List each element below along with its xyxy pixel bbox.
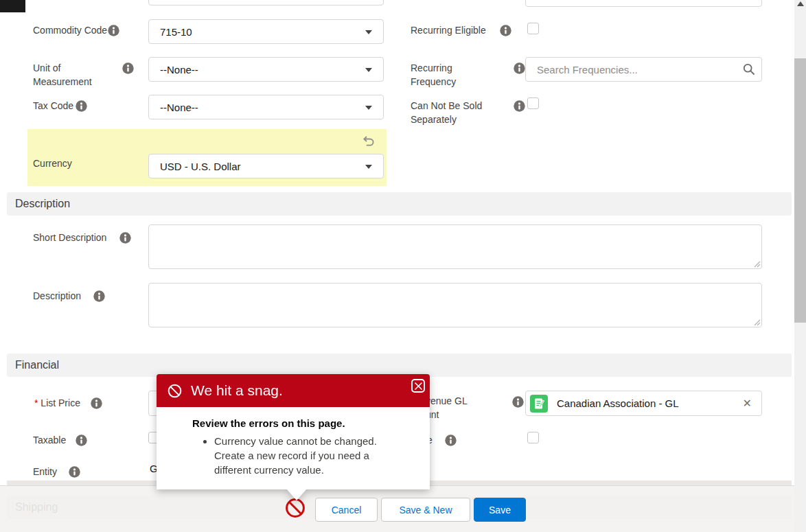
- currency-value: USD - U.S. Dollar: [160, 161, 241, 172]
- search-icon[interactable]: [743, 63, 755, 75]
- description-section-title: Description: [15, 198, 70, 210]
- description-section-header: Description: [7, 192, 792, 216]
- recurring-frequency-info-icon[interactable]: [514, 62, 525, 74]
- remove-lookup-icon[interactable]: ✕: [743, 397, 752, 410]
- error-item: Currency value cannot be changed. Create…: [214, 434, 406, 477]
- commodity-code-value: 715-10: [160, 26, 192, 38]
- list-price-label: * List Price: [34, 396, 80, 410]
- corner-artifact: [0, 0, 25, 12]
- unit-of-measurement-info-icon[interactable]: [122, 62, 134, 74]
- required-asterisk: *: [34, 397, 38, 408]
- top-right-partial-input[interactable]: [525, 0, 762, 7]
- chevron-down-icon: [365, 68, 372, 72]
- resize-handle-icon[interactable]: [754, 261, 761, 268]
- tax-code-info-icon[interactable]: [76, 100, 87, 112]
- revenue-gl-account-label-line1: venue GL: [426, 394, 468, 408]
- currency-select[interactable]: USD - U.S. Dollar: [148, 154, 384, 178]
- error-popover-title: We hit a snag.: [191, 382, 283, 399]
- recurring-frequency-search-input[interactable]: [525, 57, 762, 82]
- close-icon[interactable]: [411, 379, 425, 393]
- top-left-partial-input[interactable]: [148, 0, 384, 5]
- chevron-down-icon: [365, 106, 372, 110]
- product-edit-form: Commodity Code 715-10 Unit of Measuremen…: [0, 0, 806, 532]
- chevron-down-icon: [365, 165, 372, 169]
- revenue-gl-lookup-pill[interactable]: Canadian Association - GL ✕: [525, 391, 762, 416]
- recurring-frequency-label: Recurring Frequency: [411, 61, 479, 89]
- short-description-textarea[interactable]: [148, 224, 762, 269]
- scroll-up-icon[interactable]: [797, 1, 804, 6]
- entity-label: Entity: [33, 465, 57, 478]
- revenue-gl-value: Canadian Association - GL: [557, 397, 743, 409]
- error-popover-header: We hit a snag.: [157, 374, 430, 407]
- short-description-label: Short Description: [33, 231, 106, 244]
- commodity-code-select[interactable]: 715-10: [148, 19, 384, 44]
- tax-code-label: Tax Code: [33, 99, 73, 113]
- taxable-label: Taxable: [33, 433, 66, 447]
- scrollbar[interactable]: [794, 0, 806, 532]
- recurring-eligible-checkbox[interactable]: [527, 23, 539, 34]
- can-not-be-sold-separately-label: Can Not Be Sold Separately: [411, 99, 500, 126]
- can-not-be-sold-checkbox[interactable]: [527, 97, 539, 109]
- commodity-code-label: Commodity Code: [33, 23, 107, 37]
- tax-code-select[interactable]: --None--: [148, 95, 384, 119]
- partially-hidden-info-icon[interactable]: [445, 435, 457, 446]
- recurring-eligible-info-icon[interactable]: [500, 25, 511, 36]
- cancel-button[interactable]: Cancel: [315, 498, 378, 522]
- financial-section-title: Financial: [15, 359, 59, 371]
- recurring-eligible-label: Recurring Eligible: [411, 23, 486, 37]
- error-heading: Review the errors on this page.: [192, 417, 416, 429]
- ban-icon: [168, 384, 182, 398]
- entity-info-icon[interactable]: [69, 466, 80, 478]
- commodity-code-info-icon[interactable]: [108, 25, 119, 36]
- save-and-new-button[interactable]: Save & New: [381, 498, 470, 522]
- description-textarea[interactable]: [148, 283, 762, 327]
- scrollbar-thumb[interactable]: [794, 58, 806, 323]
- save-button[interactable]: Save: [474, 498, 526, 522]
- can-not-be-sold-info-icon[interactable]: [514, 100, 525, 112]
- description-label: Description: [33, 289, 81, 303]
- short-description-info-icon[interactable]: [119, 232, 131, 244]
- description-info-icon[interactable]: [93, 290, 105, 302]
- list-price-info-icon[interactable]: [91, 397, 102, 409]
- unit-of-measurement-value: --None--: [160, 64, 198, 76]
- error-list: Currency value cannot be changed. Create…: [192, 434, 416, 477]
- undo-icon[interactable]: [362, 135, 374, 146]
- error-popover: We hit a snag. Review the errors on this…: [157, 374, 430, 489]
- tax-code-value: --None--: [160, 102, 198, 113]
- unit-of-measurement-select[interactable]: --None--: [148, 57, 384, 82]
- chevron-down-icon: [365, 30, 372, 34]
- resize-handle-icon[interactable]: [754, 319, 761, 326]
- popover-nubbin: [286, 489, 307, 500]
- financial-section-header: Financial: [7, 354, 792, 377]
- revenue-gl-info-icon[interactable]: [512, 396, 524, 408]
- error-popover-body: Review the errors on this page. Currency…: [157, 407, 430, 489]
- partially-hidden-checkbox[interactable]: [527, 432, 539, 443]
- gl-account-icon: [530, 395, 548, 413]
- modal-footer: Cancel Save & New Save: [0, 485, 794, 532]
- currency-label: Currency: [33, 157, 72, 170]
- unit-of-measurement-label: Unit of Measurement: [33, 61, 110, 89]
- error-prohibition-icon[interactable]: [285, 498, 306, 518]
- taxable-info-icon[interactable]: [76, 435, 87, 446]
